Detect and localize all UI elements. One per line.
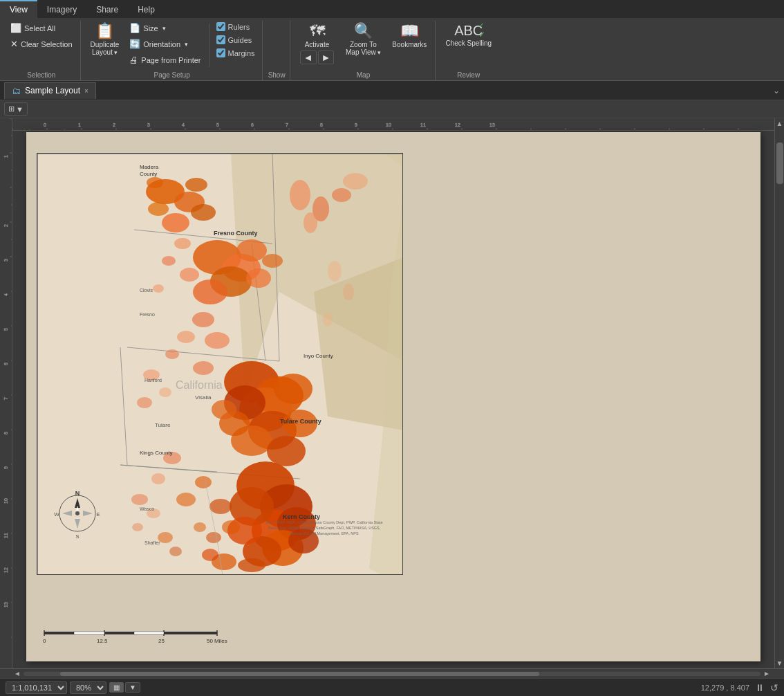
svg-point-142 (323, 313, 333, 327)
svg-text:Tulare: Tulare (155, 422, 171, 428)
svg-point-95 (290, 180, 310, 210)
activate-button[interactable]: 🗺 Activate ◄ ► (296, 21, 339, 67)
scale-selector[interactable]: 1:1,010,131 (6, 681, 67, 694)
svg-point-134 (176, 493, 196, 506)
tab-share[interactable]: Share (86, 0, 128, 18)
zoom-to-map-view-button[interactable]: 🔍 Zoom ToMap View▾ (341, 21, 385, 59)
view-buttons: ▦ ▼ (109, 682, 140, 693)
svg-point-150 (202, 549, 218, 561)
map-frame[interactable]: Madera County Fresno County Inyo County … (37, 153, 403, 575)
svg-point-99 (332, 188, 351, 202)
svg-rect-190 (134, 632, 164, 634)
size-dropdown-arrow: ▾ (162, 25, 166, 32)
scroll-down-arrow[interactable]: ▼ (775, 658, 784, 668)
svg-text:11: 11 (420, 122, 426, 127)
map-svg: Madera County Fresno County Inyo County … (37, 154, 403, 575)
svg-rect-34 (12, 118, 774, 130)
svg-point-137 (222, 520, 240, 534)
view-btn-2[interactable]: ▼ (125, 682, 140, 693)
guides-checkbox-item[interactable]: Guides (214, 34, 258, 46)
svg-text:3: 3 (147, 122, 150, 127)
orientation-icon: 🔄 (129, 39, 140, 49)
svg-text:W: W (54, 511, 59, 518)
select-all-button[interactable]: ⬜ Select All (7, 21, 76, 35)
tab-help[interactable]: Help (128, 0, 165, 18)
scroll-left-arrow[interactable]: ◄ (11, 670, 24, 677)
bookmarks-button[interactable]: 📖 Bookmarks (388, 21, 431, 51)
zoom-map-icon: 🔍 (354, 24, 373, 39)
mini-toolbar-dropdown[interactable]: ⊞ ▼ (4, 102, 28, 116)
svg-text:4: 4 (182, 122, 185, 127)
group-page-setup: 📋 DuplicateLayout▾ 📄 Size ▾ 🔄 Orientatio… (82, 21, 263, 80)
mini-toolbar: ⊞ ▼ (0, 100, 784, 118)
svg-text:Shafter: Shafter (144, 540, 160, 545)
page-setup-content: 📋 DuplicateLayout▾ 📄 Size ▾ 🔄 Orientatio… (86, 21, 258, 70)
scroll-right: ▲ ▼ (774, 118, 784, 668)
margins-checkbox[interactable] (216, 48, 225, 57)
svg-rect-187 (44, 632, 74, 634)
layout-tab-close[interactable]: × (84, 87, 88, 95)
tab-chevron[interactable]: ⌄ (773, 86, 784, 95)
svg-text:Visalia: Visalia (195, 394, 212, 401)
svg-text:13: 13 (489, 122, 495, 127)
svg-rect-189 (104, 632, 134, 634)
svg-point-97 (304, 212, 317, 233)
prev-extent-btn[interactable]: ◄ (300, 51, 317, 64)
check-spelling-button[interactable]: ABC ✓ Check Spelling (441, 21, 496, 50)
svg-point-125 (177, 331, 195, 343)
pause-btn[interactable]: ⏸ (755, 682, 765, 693)
bookmarks-icon: 📖 (400, 24, 419, 39)
scroll-right-arrow[interactable]: ► (760, 670, 773, 677)
page-from-printer-button[interactable]: 🖨 Page from Printer (126, 53, 204, 67)
margins-checkbox-item[interactable]: Margins (214, 47, 258, 59)
sample-layout-tab[interactable]: 🗂 Sample Layout × (4, 82, 96, 99)
zoom-map-label: Zoom ToMap View▾ (346, 41, 381, 56)
svg-text:Hanford: Hanford (144, 378, 162, 383)
svg-text:Fresno: Fresno (140, 312, 155, 317)
svg-point-141 (343, 284, 354, 300)
svg-point-133 (151, 473, 165, 484)
svg-text:Kern County: Kern County (283, 513, 320, 520)
svg-text:S: S (75, 533, 79, 540)
tab-imagery[interactable]: Imagery (37, 0, 86, 18)
map-group-label: Map (296, 70, 431, 80)
svg-point-94 (262, 254, 283, 268)
svg-text:13: 13 (3, 602, 8, 607)
svg-text:7: 7 (286, 122, 288, 127)
svg-text:Inyo County: Inyo County (304, 353, 333, 359)
size-icon: 📄 (129, 23, 140, 33)
status-bar: 1:1,010,131 80% ▦ ▼ 12,279 , 8.407 ⏸ ↺ (0, 678, 784, 696)
svg-text:9: 9 (355, 122, 357, 127)
zoom-selector[interactable]: 80% (70, 681, 106, 694)
scroll-bottom-thumb[interactable] (60, 672, 539, 676)
svg-text:12.5: 12.5 (97, 638, 108, 644)
bookmarks-label: Bookmarks (392, 41, 427, 48)
clear-selection-button[interactable]: ✕ Clear Selection (7, 37, 76, 51)
rulers-checkbox[interactable] (216, 22, 225, 31)
scroll-up-arrow[interactable]: ▲ (775, 118, 784, 129)
duplicate-layout-button[interactable]: 📋 DuplicateLayout▾ (86, 21, 124, 59)
svg-point-124 (192, 312, 214, 327)
svg-text:2: 2 (3, 224, 8, 227)
svg-text:5: 5 (216, 122, 219, 127)
size-button[interactable]: 📄 Size ▾ (126, 21, 204, 35)
next-extent-btn[interactable]: ► (318, 51, 335, 64)
svg-text:E: E (96, 511, 100, 518)
refresh-btn[interactable]: ↺ (770, 682, 778, 693)
orientation-button[interactable]: 🔄 Orientation ▾ (126, 37, 204, 51)
svg-point-145 (132, 523, 143, 531)
svg-point-149 (238, 558, 265, 572)
tab-view[interactable]: View (0, 0, 37, 18)
scroll-thumb-vertical[interactable] (776, 143, 783, 184)
layout-tab-label: Sample Layout (25, 86, 80, 95)
svg-text:12: 12 (455, 122, 460, 127)
view-btn-1[interactable]: ▦ (109, 682, 124, 693)
svg-point-110 (212, 400, 236, 419)
svg-point-140 (328, 261, 342, 282)
select-all-icon: ⬜ (10, 23, 21, 33)
rulers-checkbox-item[interactable]: Rulers (214, 21, 258, 33)
guides-checkbox[interactable] (216, 35, 225, 44)
check-spelling-label: Check Spelling (445, 39, 492, 47)
mini-toolbar-icon: ⊞ (8, 104, 15, 113)
page-setup-group-label: Page Setup (86, 70, 258, 80)
